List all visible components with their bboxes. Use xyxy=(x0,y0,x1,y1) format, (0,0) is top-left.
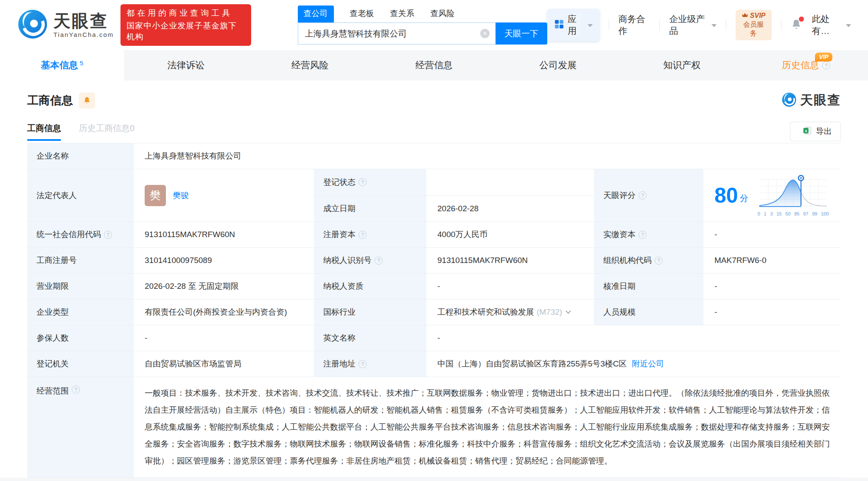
top-header: 天眼查 TianYanCha.com 都在用的商业查询工具 国家中小企业发展子基… xyxy=(0,0,868,50)
svip-sub-label: 会员服务 xyxy=(742,20,766,38)
registry-value: 自由贸易试验区市场监管局 xyxy=(134,351,314,377)
brand-domain: TianYanCha.com xyxy=(53,31,114,38)
slogan-badge: 都在用的商业查询工具 国家中小企业发展子基金旗下机构 xyxy=(120,4,251,46)
apps-label: 应用 xyxy=(568,13,581,37)
subscribe-bell-icon[interactable] xyxy=(79,92,95,109)
nav-enterprise-products[interactable]: 企业级产品 xyxy=(669,13,716,37)
english-name-value: - xyxy=(426,325,841,351)
business-info-table: 企业名称 上海具身慧智科技有限公司 法定代表人 樊 樊骏 登记状态 成立日期 2… xyxy=(27,143,841,478)
scope-value: 一般项目：技术服务、技术开发、技术咨询、技术交流、技术转让、技术推广；互联网数据… xyxy=(134,377,841,478)
search-tabs: 查公司 查老板 查关系 查风险 xyxy=(298,6,547,22)
help-icon[interactable] xyxy=(358,360,367,368)
page-background-strip xyxy=(0,478,868,481)
tianyancha-logo[interactable]: 天眼查 TianYanCha.com xyxy=(17,8,114,42)
search-input[interactable] xyxy=(298,22,496,45)
address-value: 中国（上海）自由贸易试验区东育路255弄5号3楼C区 附近公司 xyxy=(426,351,841,377)
section-title: 工商信息 xyxy=(27,93,73,108)
vip-badge: VIP xyxy=(815,53,832,62)
search-tab-company[interactable]: 查公司 xyxy=(298,6,334,22)
paid-capital-label: 实缴资本 xyxy=(594,222,703,248)
staff-size-label: 人员规模 xyxy=(594,299,703,325)
nav-business-cooperation[interactable]: 商务合作 xyxy=(619,13,650,37)
tab-count-badge: 5 xyxy=(80,59,83,67)
help-icon[interactable] xyxy=(822,62,830,70)
reg-capital-label: 注册资本 xyxy=(314,222,426,248)
notification-dot xyxy=(799,17,804,22)
industry-value[interactable]: 工程和技术研究和试验发展 (M732) xyxy=(426,299,594,325)
help-icon[interactable] xyxy=(655,257,663,265)
chevron-down-icon xyxy=(846,24,851,27)
tab-intellectual-property[interactable]: 知识产权 xyxy=(620,50,744,81)
nearby-companies-link[interactable]: 附近公司 xyxy=(632,358,664,369)
tab-legal-litigation[interactable]: 法律诉讼 xyxy=(124,50,248,81)
slogan-line2: 国家中小企业发展子基金旗下机构 xyxy=(126,20,245,42)
logo-swirl-icon xyxy=(17,8,48,42)
approval-date-value: - xyxy=(703,274,841,299)
help-icon[interactable] xyxy=(638,191,647,199)
brand-name: 天眼查 xyxy=(53,12,114,29)
company-type-label: 企业类型 xyxy=(27,299,134,325)
insured-label: 参保人数 xyxy=(27,325,134,351)
svip-label: SVIP xyxy=(750,12,765,20)
help-icon[interactable] xyxy=(638,231,647,239)
tab-operation-info[interactable]: 经营信息 xyxy=(372,50,496,81)
help-icon[interactable] xyxy=(72,386,80,394)
svip-member-button[interactable]: SVIP 会员服务 xyxy=(736,10,772,40)
industry-code: (M732) xyxy=(537,308,562,317)
help-icon[interactable] xyxy=(375,257,383,265)
apps-grid-icon xyxy=(554,19,564,31)
subtab-history-business-info[interactable]: 历史工商信息0 xyxy=(79,123,134,141)
industry-label: 国标行业 xyxy=(314,299,426,325)
tab-basic-info[interactable]: 基本信息5 xyxy=(0,50,124,81)
paid-capital-value: - xyxy=(703,222,841,248)
clear-search-icon[interactable] xyxy=(480,29,490,38)
divider xyxy=(659,20,660,31)
score-distribution-chart: 01 315 5085 9799 100 xyxy=(758,174,829,216)
est-date-label: 成立日期 xyxy=(314,196,426,222)
logo-swirl-icon xyxy=(781,92,797,109)
credit-code-label: 统一社会信用代码 xyxy=(27,222,134,248)
slogan-line1: 都在用的商业查询工具 xyxy=(126,8,245,19)
notification-bell-icon[interactable] xyxy=(790,18,802,32)
tab-company-development[interactable]: 公司发展 xyxy=(496,50,620,81)
taxpayer-id-label: 纳税人识别号 xyxy=(314,248,426,274)
reg-capital-value: 4000万人民币 xyxy=(426,222,594,248)
divider xyxy=(781,20,781,31)
tab-operation-risk[interactable]: 经营风险 xyxy=(248,50,372,81)
excel-icon: X xyxy=(803,126,812,137)
divider xyxy=(726,20,726,31)
company-type-value: 有限责任公司(外商投资企业与内资合资) xyxy=(134,299,314,325)
score-label: 天眼评分 xyxy=(594,169,703,222)
approval-date-label: 核准日期 xyxy=(594,274,703,299)
legal-rep-link[interactable]: 樊骏 xyxy=(173,190,189,201)
search-tab-relation[interactable]: 查关系 xyxy=(390,8,414,22)
apps-menu-button[interactable]: 应用 xyxy=(547,9,599,41)
taxpayer-quality-value: - xyxy=(426,274,594,299)
reg-status-value xyxy=(426,169,594,196)
company-tab-strip: 基本信息5 法律诉讼 经营风险 经营信息 公司发展 知识产权 VIP 历史信息 xyxy=(0,50,868,81)
help-icon[interactable] xyxy=(104,231,112,239)
help-icon[interactable] xyxy=(358,231,367,239)
insured-value: - xyxy=(134,325,314,351)
company-name-label: 企业名称 xyxy=(27,143,134,169)
divider xyxy=(609,20,609,31)
registry-label: 登记机关 xyxy=(27,351,134,377)
term-label: 营业期限 xyxy=(27,274,134,299)
chevron-down-icon xyxy=(588,24,593,27)
taxpayer-quality-label: 纳税人资质 xyxy=(314,274,426,299)
help-icon[interactable] xyxy=(358,178,367,186)
nav-user-menu[interactable]: 此处有… xyxy=(812,13,851,37)
score-value: 80 xyxy=(714,185,738,206)
score-cell: 80 分 xyxy=(703,169,841,222)
legal-rep-avatar[interactable]: 樊 xyxy=(145,185,166,206)
search-tab-risk[interactable]: 查风险 xyxy=(431,8,455,22)
search-tab-boss[interactable]: 查老板 xyxy=(350,8,374,22)
tianyancha-watermark: 天眼查 xyxy=(781,92,841,109)
subtab-business-info[interactable]: 工商信息 xyxy=(27,123,61,141)
export-button[interactable]: X 导出 xyxy=(790,122,841,141)
crown-icon xyxy=(742,12,750,20)
score-unit: 分 xyxy=(740,193,748,204)
score-axis-labels: 01 315 5085 9799 100 xyxy=(758,211,829,216)
search-button[interactable]: 天眼一下 xyxy=(496,22,547,45)
tab-history-info[interactable]: VIP 历史信息 xyxy=(744,50,868,81)
